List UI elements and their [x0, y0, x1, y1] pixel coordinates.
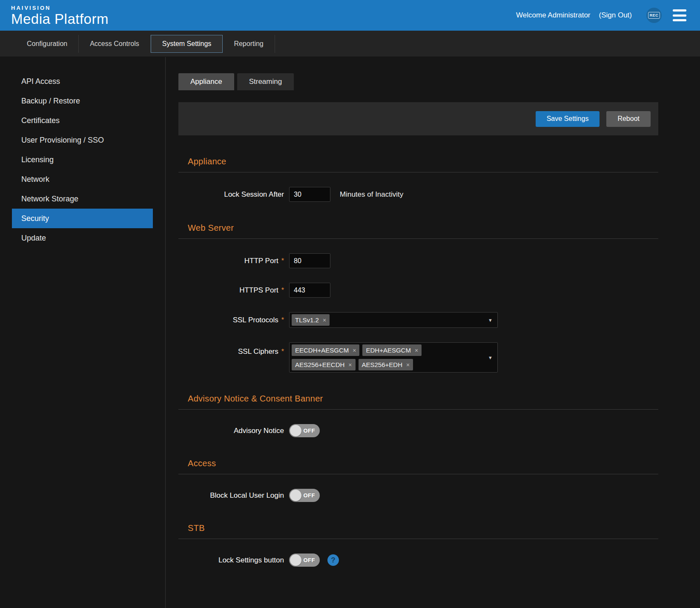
sidebar-item-user-provisioning-sso[interactable]: User Provisioning / SSO: [12, 130, 153, 150]
remove-tag-icon[interactable]: ×: [406, 361, 410, 368]
advisory-notice-label: Advisory Notice: [234, 427, 284, 435]
lock-session-after-label: Lock Session After: [224, 190, 284, 199]
section-heading-access: Access: [188, 459, 658, 468]
ssl-protocols-select[interactable]: TLSv1.2 × ▼: [289, 312, 498, 328]
field-http-port: HTTP Port *: [178, 253, 658, 268]
remove-tag-icon[interactable]: ×: [323, 317, 326, 324]
main-content: Appliance Streaming Save Settings Reboot…: [166, 57, 700, 608]
field-https-port: HTTPS Port *: [178, 283, 658, 298]
sidebar-item-api-access[interactable]: API Access: [12, 72, 153, 91]
toggle-knob: [290, 554, 301, 566]
field-ssl-ciphers: SSL Ciphers * EECDH+AESGCM × EDH+AESGCM …: [178, 342, 658, 373]
sidebar-item-network-storage[interactable]: Network Storage: [12, 189, 153, 209]
section-advisory-notice: Advisory Notice & Consent Banner Advisor…: [178, 394, 658, 437]
block-local-user-login-toggle[interactable]: OFF: [289, 489, 320, 502]
remove-tag-icon[interactable]: ×: [348, 361, 352, 368]
field-block-local-user-login: Block Local User Login OFF: [178, 489, 658, 502]
save-settings-button[interactable]: Save Settings: [536, 111, 600, 127]
advisory-notice-toggle[interactable]: OFF: [289, 424, 320, 437]
section-appliance: Appliance Lock Session After Minutes of …: [178, 157, 658, 202]
toggle-state-label: OFF: [304, 557, 316, 563]
ssl-cipher-tag: AES256+EDH ×: [359, 359, 413, 370]
ssl-cipher-tag-label: EECDH+AESGCM: [295, 347, 349, 354]
section-heading-stb: STB: [188, 523, 658, 533]
remove-tag-icon[interactable]: ×: [353, 347, 356, 354]
sidebar-item-certificates[interactable]: Certificates: [12, 111, 153, 130]
reboot-button[interactable]: Reboot: [606, 111, 651, 127]
ssl-cipher-tag-label: AES256+EECDH: [295, 361, 344, 368]
field-advisory-notice: Advisory Notice OFF: [178, 424, 658, 437]
brand-top-text: HAIVISION: [11, 5, 109, 11]
rec-badge-label: REC: [648, 12, 660, 19]
sidebar-item-backup-restore[interactable]: Backup / Restore: [12, 91, 153, 111]
field-lock-settings-button: Lock Settings button OFF ?: [178, 554, 658, 567]
required-icon: *: [281, 287, 284, 294]
content-tabs: Appliance Streaming: [178, 73, 658, 90]
section-heading-advisory-notice: Advisory Notice & Consent Banner: [188, 394, 658, 404]
remove-tag-icon[interactable]: ×: [415, 347, 418, 354]
hamburger-menu-icon[interactable]: [670, 8, 689, 23]
sign-out-link[interactable]: (Sign Out): [599, 11, 632, 20]
chevron-down-icon[interactable]: ▼: [488, 355, 493, 360]
sidebar-item-update[interactable]: Update: [12, 228, 153, 248]
http-port-input[interactable]: [289, 253, 330, 268]
required-icon: *: [281, 348, 284, 356]
lock-session-after-input[interactable]: [289, 187, 330, 202]
block-local-user-login-label: Block Local User Login: [210, 491, 284, 500]
required-icon: *: [281, 316, 284, 324]
nav-item-system-settings[interactable]: System Settings: [151, 35, 223, 53]
action-toolbar: Save Settings Reboot: [178, 102, 658, 135]
toggle-state-label: OFF: [304, 492, 316, 499]
brand-logo: HAIVISION Media Platform: [11, 5, 109, 26]
nav-item-configuration[interactable]: Configuration: [15, 35, 79, 53]
section-heading-web-server: Web Server: [188, 223, 658, 233]
top-navigation: Configuration Access Controls System Set…: [0, 31, 700, 57]
ssl-cipher-tag-label: EDH+AESGCM: [366, 347, 410, 354]
field-ssl-protocols: SSL Protocols * TLSv1.2 × ▼: [178, 312, 658, 328]
section-heading-appliance: Appliance: [188, 157, 658, 166]
https-port-label: HTTPS Port: [239, 286, 278, 295]
ssl-cipher-tag: EECDH+AESGCM ×: [292, 344, 359, 356]
sidebar-item-security[interactable]: Security: [12, 209, 153, 228]
field-lock-session-after: Lock Session After Minutes of Inactivity: [178, 187, 658, 202]
welcome-text: Welcome Administrator: [516, 11, 590, 20]
chevron-down-icon[interactable]: ▼: [488, 318, 493, 323]
lock-session-after-suffix: Minutes of Inactivity: [340, 190, 403, 199]
ssl-cipher-tag-label: AES256+EDH: [362, 361, 402, 368]
brand-bottom-text: Media Platform: [11, 12, 109, 26]
toggle-state-label: OFF: [304, 427, 316, 434]
toggle-knob: [290, 490, 301, 501]
https-port-input[interactable]: [289, 283, 330, 298]
lock-settings-button-label: Lock Settings button: [218, 556, 284, 565]
section-stb: STB Lock Settings button OFF ?: [178, 523, 658, 567]
nav-item-access-controls[interactable]: Access Controls: [79, 35, 151, 53]
tab-appliance[interactable]: Appliance: [178, 73, 234, 90]
nav-item-reporting[interactable]: Reporting: [223, 35, 275, 53]
ssl-protocol-tag: TLSv1.2 ×: [292, 314, 330, 326]
ssl-cipher-tag: EDH+AESGCM ×: [362, 344, 422, 356]
app-header: HAIVISION Media Platform Welcome Adminis…: [0, 0, 700, 31]
section-web-server: Web Server HTTP Port * HTTPS Port *: [178, 223, 658, 373]
section-access: Access Block Local User Login OFF: [178, 459, 658, 502]
toggle-knob: [290, 425, 301, 436]
sidebar-item-network[interactable]: Network: [12, 169, 153, 189]
lock-settings-button-toggle[interactable]: OFF: [289, 554, 320, 567]
tab-streaming[interactable]: Streaming: [237, 73, 294, 90]
sidebar-item-licensing[interactable]: Licensing: [12, 150, 153, 169]
rec-badge[interactable]: REC: [646, 8, 662, 23]
ssl-protocol-tag-label: TLSv1.2: [295, 316, 319, 324]
ssl-ciphers-select[interactable]: EECDH+AESGCM × EDH+AESGCM × AES256+EECDH…: [289, 342, 498, 373]
help-icon[interactable]: ?: [327, 554, 339, 566]
ssl-cipher-tag: AES256+EECDH ×: [292, 359, 356, 370]
settings-sidebar: API Access Backup / Restore Certificates…: [0, 57, 166, 608]
required-icon: *: [281, 257, 284, 265]
ssl-protocols-label: SSL Protocols: [233, 316, 278, 324]
ssl-ciphers-label: SSL Ciphers: [238, 347, 278, 356]
http-port-label: HTTP Port: [244, 257, 278, 265]
